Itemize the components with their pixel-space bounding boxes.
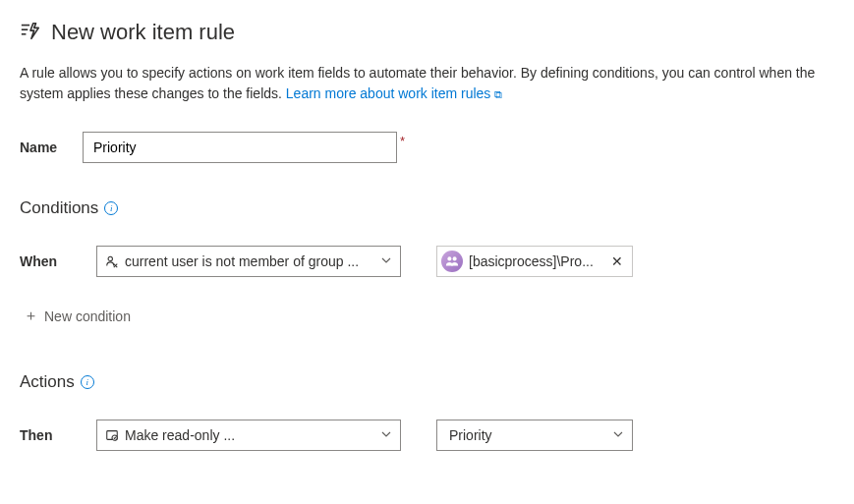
group-chip[interactable]: [basicprocess]\Pro... ✕ — [436, 246, 633, 277]
add-condition-button[interactable]: ＋ New condition — [24, 307, 834, 325]
conditions-title: Conditions — [20, 198, 98, 218]
readonly-icon — [105, 428, 119, 442]
actions-title: Actions — [20, 372, 75, 392]
action-type-dropdown[interactable]: Make read-only ... — [96, 420, 401, 451]
svg-point-3 — [108, 256, 112, 260]
svg-point-6 — [447, 256, 451, 260]
condition-dropdown-text: current user is not member of group ... — [125, 253, 372, 269]
chevron-down-icon — [612, 427, 624, 443]
action-field-text: Priority — [449, 427, 604, 443]
then-label: Then — [20, 427, 61, 443]
user-not-member-icon — [105, 254, 119, 268]
add-condition-label: New condition — [44, 308, 131, 324]
learn-more-link[interactable]: Learn more about work item rules⧉ — [286, 85, 503, 101]
info-icon[interactable]: i — [104, 201, 118, 215]
name-row: Name * — [20, 132, 834, 163]
condition-row: When current user is not member of group… — [20, 246, 834, 277]
clear-group-button[interactable]: ✕ — [606, 251, 628, 272]
svg-point-7 — [453, 256, 457, 260]
when-label: When — [20, 253, 61, 269]
group-avatar-icon — [441, 251, 463, 272]
external-link-icon: ⧉ — [494, 88, 502, 100]
conditions-header: Conditions i — [20, 198, 834, 218]
action-dropdown-text: Make read-only ... — [125, 427, 372, 443]
name-label: Name — [20, 140, 83, 155]
actions-header: Actions i — [20, 372, 834, 392]
action-row: Then Make read-only ... Priority — [20, 420, 834, 451]
chevron-down-icon — [380, 427, 392, 443]
page-title: New work item rule — [51, 20, 235, 45]
svg-point-9 — [112, 435, 117, 440]
group-name-text: [basicprocess]\Pro... — [469, 253, 606, 269]
name-input[interactable] — [83, 132, 397, 163]
plus-icon: ＋ — [24, 307, 38, 325]
page-header: New work item rule — [20, 20, 834, 45]
rule-bolt-icon — [20, 21, 41, 45]
action-field-dropdown[interactable]: Priority — [436, 420, 633, 451]
page-description: A rule allows you to specify actions on … — [20, 63, 834, 104]
chevron-down-icon — [380, 253, 392, 269]
info-icon[interactable]: i — [81, 375, 94, 389]
required-indicator: * — [400, 134, 405, 148]
condition-type-dropdown[interactable]: current user is not member of group ... — [96, 246, 401, 277]
